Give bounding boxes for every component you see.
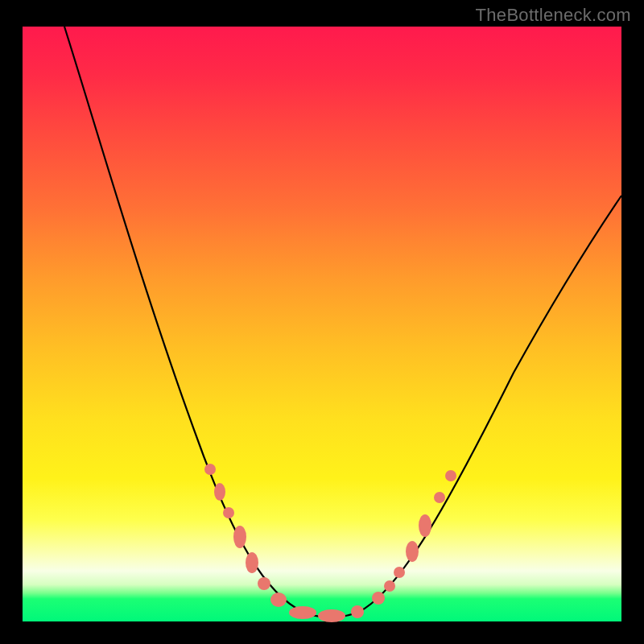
- svg-point-3: [233, 526, 246, 548]
- svg-point-14: [419, 514, 431, 537]
- svg-point-10: [372, 592, 385, 605]
- svg-point-2: [223, 507, 234, 518]
- svg-point-1: [214, 483, 225, 501]
- right-cluster: [372, 470, 456, 605]
- svg-point-12: [394, 567, 405, 578]
- svg-point-6: [270, 592, 287, 607]
- svg-point-9: [351, 605, 364, 618]
- watermark-text: TheBottleneck.com: [476, 5, 631, 26]
- svg-point-7: [289, 606, 316, 619]
- svg-point-4: [246, 552, 258, 573]
- svg-point-8: [318, 609, 345, 622]
- bottleneck-curve: [64, 27, 621, 617]
- left-cluster: [204, 464, 364, 622]
- svg-point-5: [258, 577, 270, 590]
- svg-point-0: [204, 464, 216, 475]
- svg-point-15: [434, 492, 445, 503]
- chart-svg: [23, 27, 621, 621]
- chart-frame: TheBottleneck.com: [0, 0, 644, 644]
- svg-point-13: [406, 541, 419, 562]
- svg-point-11: [384, 580, 395, 592]
- plot-area: [23, 27, 621, 621]
- svg-point-16: [445, 470, 456, 481]
